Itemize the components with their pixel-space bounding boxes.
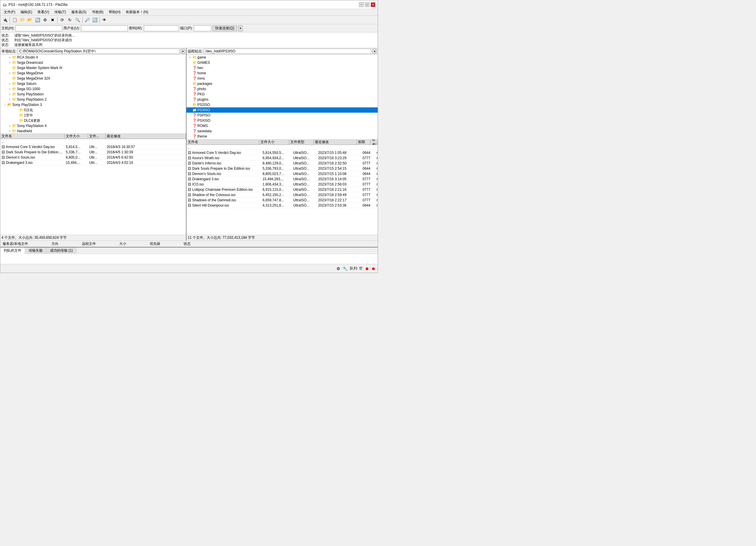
tree-item-saturn[interactable]: + 📁 Sega Saturn [0,81,186,86]
pass-input[interactable] [144,25,179,31]
tree-item-ps1[interactable]: + 📁 Sony PlayStation [0,92,186,97]
left-file-row[interactable]: 🖼 Drakengard 3.iso 15,494,... Ultr... 20… [0,160,186,165]
queue-tab-queued[interactable]: 列队的文件 [0,247,25,254]
toolbar-sync[interactable]: 🔍 [74,16,81,23]
settings-icon[interactable]: ⚙ [336,266,340,271]
right-path-dropdown[interactable]: ▾ [372,49,377,54]
gear-icon[interactable]: 🔧 [343,266,348,271]
tree-item-sms[interactable]: 📁 Sega Master System Mark III [0,65,186,70]
right-file-row[interactable]: 🖼 Demon's Souls.iso 8,805,023,7... Ultra… [187,171,378,176]
right-col-date[interactable]: 最近修改 [314,139,357,144]
right-tree-photo[interactable]: ❓ photo [187,86,378,92]
right-tree-packages[interactable]: 📁 packages [187,81,378,86]
right-file-row[interactable]: 🖼 Lollipop Chainsaw Premium Edition.iso … [187,187,378,192]
right-col-type[interactable]: 文件类型 [289,139,314,144]
toolbar-btn7[interactable]: 🔎 [84,16,91,23]
left-col-size[interactable]: 文件大小 [65,134,88,139]
left-file-row[interactable]: 🖼 Armored Core 5 Verdict Day.iso 5,814,5… [0,144,186,149]
left-col-date[interactable]: 最近修改 [106,134,186,139]
left-path-input[interactable] [18,49,179,54]
right-col-size[interactable]: 文件大小 [259,139,289,144]
right-tree-theme[interactable]: ❓ theme [187,134,378,139]
right-tree-ps2iso[interactable]: 📁 PS2ISO [187,102,378,107]
menu-bookmarks[interactable]: 书签(B) [89,9,106,15]
toolbar-refresh[interactable]: 🔄 [34,16,41,23]
tree-item-megadrive32[interactable]: 📁 Sega MegaDrive 32X [0,76,186,81]
quick-connect-btn[interactable]: 快速连接(Q) [213,25,237,31]
right-col-perm[interactable]: 权限 [357,139,371,144]
right-file-row[interactable]: 🖼 Dark Souls Prepare to Die Edition.iso … [187,166,378,171]
right-tree-psxiso[interactable]: ❓ PSXISO [187,118,378,123]
host-input[interactable] [15,25,62,31]
left-path-dropdown[interactable]: ▾ [181,49,185,54]
tree-item-1guan[interactable]: 📁 1官中 [0,113,186,118]
right-file-row[interactable]: 🖼 Asura's Wrath.iso 6,954,934,2... Ultra… [187,155,378,161]
toolbar-btn4[interactable]: ⚙ [42,16,49,23]
right-tree-games[interactable]: 📁 GAMES [187,60,378,65]
queue-tab-failed[interactable]: 传输失败 [25,247,46,254]
right-file-row[interactable]: 🖼 Dante's Inferno.iso 8,480,129,0... Ult… [187,161,378,166]
left-col-type[interactable]: 文件... [88,134,106,139]
maximize-button[interactable]: □ [365,2,370,7]
file-size: 6,659,747,8... [261,198,292,202]
left-panel-header: 本地站点: ▾ [0,48,186,55]
tree-item-handheld[interactable]: + 📁 Handheld [0,128,186,134]
queue-tab-success[interactable]: 成功的传输 (1) [46,247,77,254]
left-col-name[interactable]: 文件名 [0,134,65,139]
close-button[interactable]: ✕ [371,2,375,7]
right-tree-roms[interactable]: ❓ ROMS [187,123,378,128]
tree-item-ps4[interactable]: + 📁 Sony PlayStation 4 [0,123,186,128]
left-file-row[interactable]: 🖼 Dark Souls Prepare to Die Edition.iso … [0,149,186,155]
right-col-name[interactable]: 文件名 [187,139,259,144]
menu-transfer[interactable]: 传输(T) [52,9,68,15]
right-tree-hen[interactable]: ❓ hen [187,65,378,70]
menu-file[interactable]: 文件(F) [1,9,18,15]
right-file-row[interactable]: 🖼 Silent Hill Downpour.iso 4,313,251,8..… [187,203,378,208]
menu-server[interactable]: 服务器(S) [69,9,89,15]
toolbar-search[interactable]: 👁 [101,16,108,23]
port-input[interactable] [194,25,211,31]
right-file-row[interactable]: 🖼 ICO.iso 1,806,434,3... UltraISO... 202… [187,182,378,187]
right-tree-root-expand[interactable]: + 📁 game [187,55,378,60]
tree-item-0han[interactable]: 📁 0汉化 [0,107,186,113]
tree-item-rca[interactable]: + 📁 RCA Studio II [0,55,186,60]
right-tree-savedata[interactable]: ❓ savedata [187,128,378,134]
right-file-row[interactable]: 🖼 Armored Core 5 Verdict Day.iso 5,814,5… [187,150,378,155]
right-file-row[interactable]: 🖼 Shadow of the Colossus.iso 6,452,150,2… [187,192,378,197]
toolbar-btn8[interactable]: 🔄 [91,16,98,23]
right-file-row[interactable]: 🖼 Drakengard 3.iso 15,494,283,... UltraI… [187,176,378,182]
toolbar-btn6[interactable]: ↻ [66,16,73,23]
right-col-owner[interactable]: 所有者/组 [371,139,378,144]
minimize-button[interactable]: ─ [359,2,364,7]
right-tree-ps3iso[interactable]: 📁 PS3ISO [187,107,378,113]
menu-edit[interactable]: 编辑(E) [18,9,34,15]
right-tree-pspiso[interactable]: ❓ PSPISO [187,113,378,118]
toolbar-cancel[interactable]: ✖ [49,16,56,23]
toolbar-btn3[interactable]: 📂 [26,16,33,23]
left-file-row[interactable]: 🖼 Demon's Souls.iso 8,805,0... Ultr... 2… [0,155,186,160]
tree-item-dlc[interactable]: 📁 DLC&更新 [0,118,186,123]
menu-newversion[interactable]: 有新版本！(N) [123,9,151,15]
tree-item-megadrive[interactable]: + 📁 Sega MegaDrive [0,70,186,76]
menu-view[interactable]: 查看(V) [35,9,51,15]
quick-connect-dropdown[interactable]: ▾ [238,25,243,31]
tree-item-dreamcast[interactable]: + 📁 Sega Dreamcast [0,60,186,65]
folder-sel-icon: 📁 [192,108,197,112]
right-tree-mms[interactable]: ❓ mms [187,76,378,81]
tree-item-ps3[interactable]: − 📂 Sony PlayStation 3 [0,102,186,107]
toolbar-new-conn[interactable]: 🔌 [1,16,8,23]
user-input[interactable] [81,25,128,31]
right-tree-home[interactable]: ❓ home [187,70,378,76]
right-tree-pkg[interactable]: ❓ PKG [187,92,378,97]
toolbar-btn1[interactable]: 📋 [11,16,18,23]
right-tree-plugins[interactable]: ❓ plugins [187,97,378,102]
right-file-row[interactable]: 🖼 Shadows of the Damned.iso 6,659,747,8.… [187,197,378,203]
left-file-row[interactable]: .. [0,139,186,144]
right-path-input[interactable] [204,49,371,54]
tree-item-sg1000[interactable]: + 📁 Sega SG-1000 [0,86,186,92]
toolbar-btn5[interactable]: ⟳ [59,16,66,23]
menu-help[interactable]: 帮助(H) [106,9,123,15]
tree-item-ps2[interactable]: + 📁 Sony PlayStation 2 [0,97,186,102]
right-file-row[interactable]: .. [187,145,378,150]
toolbar-btn2[interactable]: 📁 [19,16,26,23]
